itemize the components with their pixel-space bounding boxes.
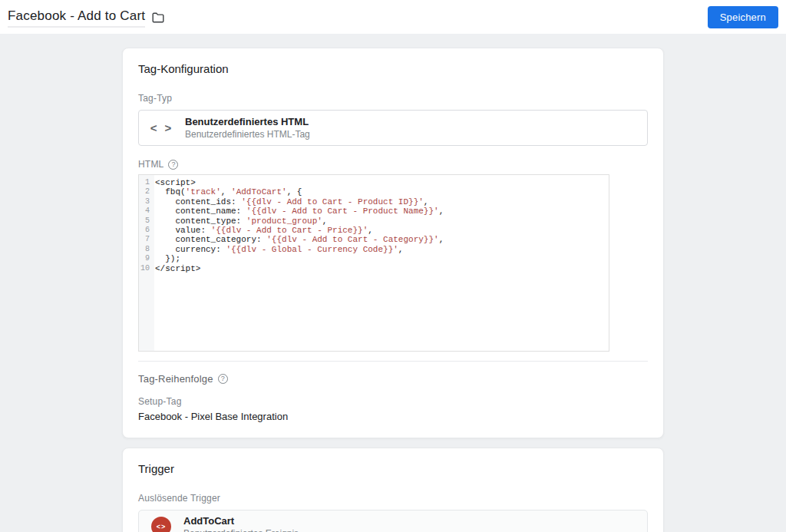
custom-event-icon: <>	[151, 517, 171, 532]
tag-type-name: Benutzerdefiniertes HTML	[185, 116, 310, 127]
trigger-card: Trigger Auslösende Trigger <> AddToCart …	[122, 448, 664, 532]
code-line: 2 fbq('track', 'AddToCart', {	[139, 187, 609, 197]
html-field-label: HTML	[138, 159, 163, 170]
tag-ordering-help-icon[interactable]: ?	[218, 374, 228, 384]
setup-tag-label: Setup-Tag	[138, 396, 648, 407]
folder-icon[interactable]	[152, 12, 164, 23]
tag-title-group: Facebook - Add to Cart	[8, 7, 164, 28]
code-line: 5 content_type: 'product_group',	[139, 216, 609, 226]
line-number: 10	[139, 264, 152, 273]
tag-configuration-title: Tag-Konfiguration	[138, 62, 648, 75]
code-line-content: content_type: 'product_group',	[152, 216, 327, 226]
trigger-type: Benutzerdefiniertes Ereignis	[183, 528, 299, 532]
code-line-content: content_ids: '{{dlv - Add to Cart - Prod…	[152, 197, 428, 207]
tag-ordering-row: Tag-Reihenfolge ?	[138, 373, 648, 385]
line-number: 1	[139, 178, 152, 187]
line-number: 9	[139, 254, 152, 263]
line-number: 3	[139, 197, 152, 207]
code-line: 4 content_name: '{{dlv - Add to Cart - P…	[139, 207, 609, 216]
code-brackets-icon: < >	[139, 121, 185, 134]
html-code-editor[interactable]: 1<script>2 fbq('track', 'AddToCart', {3 …	[138, 174, 609, 352]
line-number: 8	[139, 245, 152, 254]
code-line-content: content_category: '{{dlv - Add to Cart -…	[152, 235, 444, 244]
code-line: 9 });	[139, 254, 609, 263]
code-line-content: value: '{{dlv - Add to Cart - Price}}',	[152, 226, 373, 235]
code-line: 10</script>	[139, 264, 609, 273]
setup-tag-value: Facebook - Pixel Base Integration	[138, 411, 648, 422]
tag-type-description: Benutzerdefiniertes HTML-Tag	[185, 129, 310, 140]
firing-triggers-label: Auslösende Trigger	[138, 493, 648, 504]
code-line-content: <script>	[152, 178, 196, 187]
app-header: Facebook - Add to Cart Speichern	[0, 0, 786, 34]
main-content: Tag-Konfiguration Tag-Typ < > Benutzerde…	[0, 34, 786, 532]
tag-ordering-label: Tag-Reihenfolge	[138, 373, 213, 385]
line-number: 4	[139, 207, 152, 216]
html-help-icon[interactable]: ?	[168, 160, 178, 170]
code-line: 6 value: '{{dlv - Add to Cart - Price}}'…	[139, 226, 609, 235]
code-line-content: </script>	[152, 264, 200, 273]
html-label-row: HTML ?	[138, 159, 648, 170]
line-number: 5	[139, 216, 152, 226]
trigger-row[interactable]: <> AddToCart Benutzerdefiniertes Ereigni…	[138, 510, 648, 532]
tag-name-title[interactable]: Facebook - Add to Cart	[8, 7, 145, 28]
code-line: 1<script>	[139, 178, 609, 187]
code-line: 7 content_category: '{{dlv - Add to Cart…	[139, 235, 609, 244]
line-number: 2	[139, 187, 152, 197]
code-line-content: currency: '{{dlv - Global - Currency Cod…	[152, 245, 403, 254]
tag-configuration-card: Tag-Konfiguration Tag-Typ < > Benutzerde…	[122, 48, 664, 438]
section-divider	[138, 361, 648, 362]
code-line-content: fbq('track', 'AddToCart', {	[152, 187, 302, 197]
trigger-card-title: Trigger	[138, 462, 648, 475]
code-lines: 1<script>2 fbq('track', 'AddToCart', {3 …	[139, 175, 609, 273]
tag-type-text: Benutzerdefiniertes HTML Benutzerdefinie…	[185, 116, 310, 140]
tag-type-label: Tag-Typ	[138, 93, 648, 104]
save-button[interactable]: Speichern	[708, 6, 778, 28]
tag-type-selector[interactable]: < > Benutzerdefiniertes HTML Benutzerdef…	[138, 110, 648, 146]
trigger-text: AddToCart Benutzerdefiniertes Ereignis	[183, 515, 299, 532]
code-line: 8 currency: '{{dlv - Global - Currency C…	[139, 245, 609, 254]
line-number: 6	[139, 226, 152, 235]
code-line: 3 content_ids: '{{dlv - Add to Cart - Pr…	[139, 197, 609, 207]
line-number: 7	[139, 235, 152, 244]
trigger-name: AddToCart	[183, 515, 299, 527]
code-line-content: content_name: '{{dlv - Add to Cart - Pro…	[152, 207, 444, 216]
code-line-content: });	[152, 254, 180, 263]
